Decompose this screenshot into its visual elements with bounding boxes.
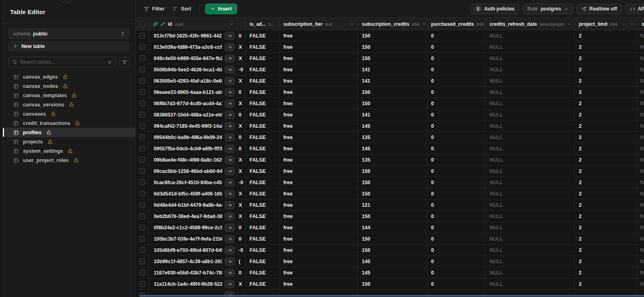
subscription-tier-cell[interactable]: free <box>279 64 358 75</box>
clipped-cell[interactable]: NULL <box>638 188 644 199</box>
subscription-credits-cell[interactable]: 150 <box>358 42 427 52</box>
schema-select[interactable]: schema public <box>8 29 130 39</box>
purchased-credits-cell[interactable]: 0 <box>427 222 485 233</box>
subscription-credits-cell[interactable]: 150 <box>358 245 427 255</box>
expand-row-button[interactable] <box>225 269 235 277</box>
subscription-credits-cell[interactable]: 144 <box>358 222 427 233</box>
header-id[interactable]: id uuid <box>149 18 237 30</box>
sidebar-table-item-profiles[interactable]: profiles <box>3 128 135 137</box>
subscription-tier-cell[interactable]: free <box>279 120 358 131</box>
subscription-credits-cell[interactable]: 145 <box>358 143 427 154</box>
purchased-credits-cell[interactable]: 0 <box>427 42 485 52</box>
row-checkbox[interactable] <box>139 202 145 208</box>
expand-row-button[interactable] <box>225 190 235 198</box>
expand-row-button[interactable] <box>225 77 235 85</box>
id-cell[interactable]: 013cf78d-1625-43fc-9961-442189... <box>149 30 237 41</box>
credits-refresh-date-cell[interactable]: NULL <box>485 132 575 143</box>
header-credits-refresh-date[interactable]: credits_refresh_date timestamptz <box>485 18 575 30</box>
subscription-tier-cell[interactable]: free <box>279 154 358 165</box>
auth-policies-button[interactable]: 5 Auth policies <box>470 4 519 14</box>
id-cell[interactable]: 0f8b24e2-c1c2-4589-99ce-2c52d... <box>149 222 237 233</box>
is-admin-cell[interactable]: FALSE <box>246 188 279 199</box>
clipped-cell[interactable]: NULL <box>638 42 644 52</box>
row-checkbox[interactable] <box>139 123 145 129</box>
is-admin-cell[interactable]: FALSE <box>246 166 279 177</box>
clipped-cell[interactable]: NULL <box>638 177 644 188</box>
is-admin-cell[interactable]: FALSE <box>246 98 279 109</box>
truncated-cell[interactable]: 0 <box>237 233 246 244</box>
project-limit-cell[interactable]: 2 <box>575 222 638 233</box>
subscription-tier-cell[interactable]: free <box>279 199 358 210</box>
is-admin-cell[interactable]: FALSE <box>246 132 279 143</box>
expand-row-button[interactable] <box>225 212 235 220</box>
id-cell[interactable]: 105bc3b7-03fe-4e7f-9efa-21bb40... <box>149 233 237 244</box>
row-checkbox[interactable] <box>139 145 145 152</box>
search-tables-input[interactable] <box>20 59 104 65</box>
row-checkbox[interactable] <box>139 236 145 242</box>
credits-refresh-date-cell[interactable]: NULL <box>485 98 575 109</box>
id-cell[interactable]: 0508b94b-5ee2-4626-bca1-4bca... <box>149 64 237 75</box>
header-clipped-column[interactable]: su <box>638 18 644 30</box>
subscription-credits-cell[interactable]: 135 <box>358 154 427 165</box>
subscription-credits-cell[interactable]: 150 <box>358 166 427 177</box>
truncated-cell[interactable]: 0 <box>237 222 246 233</box>
is-admin-cell[interactable]: FALSE <box>246 177 279 188</box>
subscription-credits-cell[interactable]: 150 <box>358 211 427 222</box>
truncated-cell[interactable]: X <box>237 98 246 109</box>
credits-refresh-date-cell[interactable]: NULL <box>485 166 575 177</box>
sidebar-table-item-canvas_edges[interactable]: canvas_edges <box>3 72 135 81</box>
header-project-limit[interactable]: project_limit int4 <box>575 18 638 30</box>
chevron-down-icon[interactable] <box>422 22 426 26</box>
truncated-cell[interactable]: 0 <box>237 87 246 98</box>
is-admin-cell[interactable]: FALSE <box>246 64 279 75</box>
header-subscription-tier[interactable]: subscription_tier text <box>279 18 358 30</box>
chevron-down-icon[interactable] <box>567 22 571 26</box>
project-limit-cell[interactable]: 2 <box>575 120 638 131</box>
is-admin-cell[interactable]: FALSE <box>246 256 279 267</box>
truncated-cell[interactable]: -0 <box>237 245 246 255</box>
chevron-down-icon[interactable] <box>630 22 634 26</box>
new-table-button[interactable]: New table <box>8 41 130 51</box>
project-limit-cell[interactable]: 2 <box>575 267 638 278</box>
clipped-cell[interactable]: NULL <box>638 211 644 222</box>
clipped-cell[interactable]: NULL <box>638 120 644 131</box>
clipped-cell[interactable]: NULL <box>638 143 644 154</box>
project-limit-cell[interactable]: 2 <box>575 98 638 109</box>
purchased-credits-cell[interactable]: 0 <box>427 278 485 289</box>
truncated-cell[interactable]: X <box>237 154 246 165</box>
purchased-credits-cell[interactable]: 0 <box>427 245 485 255</box>
subscription-tier-cell[interactable]: free <box>279 30 358 41</box>
subscription-credits-cell[interactable]: 141 <box>358 109 427 120</box>
truncated-cell[interactable]: -0 <box>237 64 246 75</box>
clipped-cell[interactable]: NULL <box>638 233 644 244</box>
project-limit-cell[interactable]: 2 <box>575 154 638 165</box>
credits-refresh-date-cell[interactable]: NULL <box>485 199 575 210</box>
row-checkbox[interactable] <box>139 33 145 39</box>
subscription-credits-cell[interactable]: 150 <box>358 53 427 64</box>
is-admin-cell[interactable]: FALSE <box>246 199 279 210</box>
row-checkbox[interactable] <box>139 157 145 163</box>
sidebar-filter-button[interactable] <box>119 57 130 67</box>
purchased-credits-cell[interactable]: 0 <box>427 166 485 177</box>
purchased-credits-cell[interactable]: 0 <box>427 256 485 267</box>
row-checkbox[interactable] <box>139 270 145 276</box>
project-limit-cell[interactable]: 2 <box>575 199 638 210</box>
clipped-cell[interactable]: NULL <box>638 166 644 177</box>
credits-refresh-date-cell[interactable]: NULL <box>485 188 575 199</box>
subscription-credits-cell[interactable]: 145 <box>358 120 427 131</box>
purchased-credits-cell[interactable]: 0 <box>427 98 485 109</box>
sidebar-table-item-canvas_nodes[interactable]: canvas_nodes <box>3 81 135 91</box>
subscription-tier-cell[interactable]: free <box>279 177 358 188</box>
subscription-credits-cell[interactable]: 150 <box>358 233 427 244</box>
purchased-credits-cell[interactable]: 0 <box>427 132 485 143</box>
is-admin-cell[interactable]: FALSE <box>246 154 279 165</box>
clipped-cell[interactable]: NULL <box>638 154 644 165</box>
truncated-cell[interactable]: X <box>237 166 246 177</box>
subscription-tier-cell[interactable]: free <box>279 211 358 222</box>
credits-refresh-date-cell[interactable]: NULL <box>485 64 575 75</box>
header-truncated-column[interactable] <box>237 18 246 30</box>
clipped-cell[interactable]: NULL <box>638 30 644 41</box>
chevron-down-icon[interactable] <box>229 22 234 26</box>
truncated-cell[interactable]: X <box>237 278 246 289</box>
row-checkbox[interactable] <box>139 55 145 61</box>
